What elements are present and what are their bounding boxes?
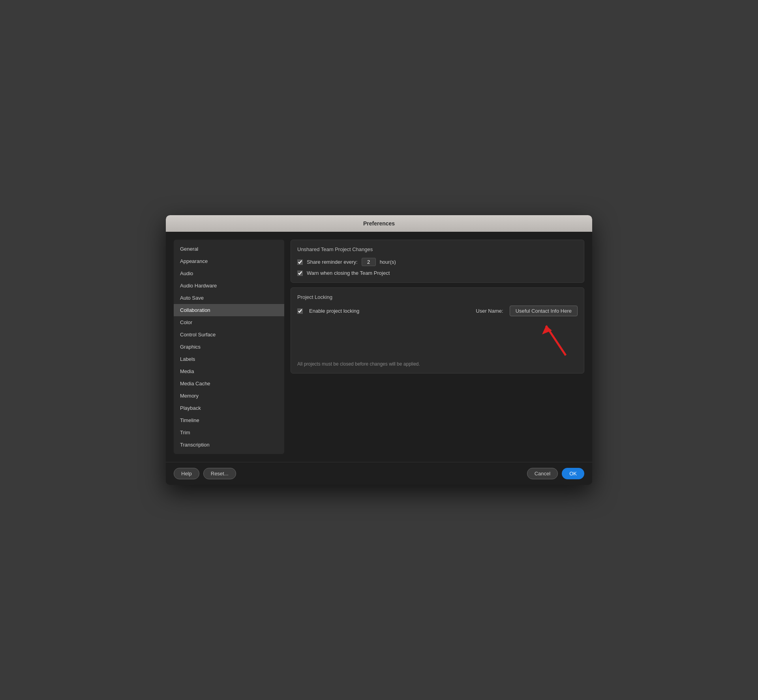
hour-input[interactable] — [362, 258, 376, 266]
sidebar-item-appearance[interactable]: Appearance — [174, 255, 284, 267]
sidebar-item-auto-save[interactable]: Auto Save — [174, 292, 284, 304]
enable-locking-checkbox[interactable] — [297, 308, 303, 314]
sidebar-item-labels[interactable]: Labels — [174, 353, 284, 365]
sidebar-item-control-surface[interactable]: Control Surface — [174, 328, 284, 341]
sidebar-item-trim[interactable]: Trim — [174, 426, 284, 439]
sidebar-item-timeline[interactable]: Timeline — [174, 414, 284, 426]
sidebar-item-media[interactable]: Media — [174, 365, 284, 377]
main-content: Unshared Team Project Changes Share remi… — [291, 240, 584, 454]
sidebar-item-general[interactable]: General — [174, 243, 284, 255]
arrow-annotation — [297, 322, 578, 357]
project-locking-section: Project Locking Enable project locking U… — [291, 287, 584, 373]
sidebar-item-collaboration[interactable]: Collaboration — [174, 304, 284, 316]
info-text: All projects must be closed before chang… — [297, 361, 578, 367]
user-name-label: User Name: — [476, 308, 503, 314]
sidebar-item-transcription[interactable]: Transcription — [174, 439, 284, 451]
project-locking-row: Enable project locking User Name: Useful… — [297, 306, 578, 316]
cancel-button[interactable]: Cancel — [527, 468, 558, 479]
share-reminder-label: Share reminder every: — [307, 259, 358, 265]
enable-locking-label: Enable project locking — [309, 308, 359, 314]
dialog-footer: Help Reset... Cancel OK — [166, 462, 592, 485]
warn-row: Warn when closing the Team Project — [297, 270, 578, 276]
sidebar-item-memory[interactable]: Memory — [174, 390, 284, 402]
sidebar-item-color[interactable]: Color — [174, 316, 284, 328]
share-reminder-unit: hour(s) — [380, 259, 396, 265]
preferences-dialog: Preferences GeneralAppearanceAudioAudio … — [166, 215, 592, 485]
reset-button[interactable]: Reset... — [203, 468, 236, 479]
warn-label: Warn when closing the Team Project — [307, 270, 390, 276]
username-button[interactable]: Useful Contact Info Here — [510, 306, 578, 316]
warn-checkbox[interactable] — [297, 270, 303, 276]
dialog-title: Preferences — [363, 220, 395, 227]
sidebar-item-graphics[interactable]: Graphics — [174, 341, 284, 353]
dialog-titlebar: Preferences — [166, 215, 592, 232]
footer-left: Help Reset... — [174, 468, 236, 479]
share-reminder-checkbox[interactable] — [297, 259, 303, 265]
sidebar: GeneralAppearanceAudioAudio HardwareAuto… — [174, 240, 284, 454]
dialog-body: GeneralAppearanceAudioAudio HardwareAuto… — [166, 232, 592, 462]
sidebar-item-audio-hardware[interactable]: Audio Hardware — [174, 280, 284, 292]
unshared-section: Unshared Team Project Changes Share remi… — [291, 240, 584, 283]
ok-button[interactable]: OK — [562, 468, 584, 479]
share-reminder-row: Share reminder every: hour(s) — [297, 258, 578, 266]
sidebar-item-audio[interactable]: Audio — [174, 267, 284, 280]
red-arrow-icon — [538, 322, 570, 357]
project-locking-title: Project Locking — [297, 294, 578, 300]
unshared-section-title: Unshared Team Project Changes — [297, 246, 578, 252]
footer-right: Cancel OK — [527, 468, 584, 479]
sidebar-item-media-cache[interactable]: Media Cache — [174, 377, 284, 390]
sidebar-item-playback[interactable]: Playback — [174, 402, 284, 414]
help-button[interactable]: Help — [174, 468, 199, 479]
